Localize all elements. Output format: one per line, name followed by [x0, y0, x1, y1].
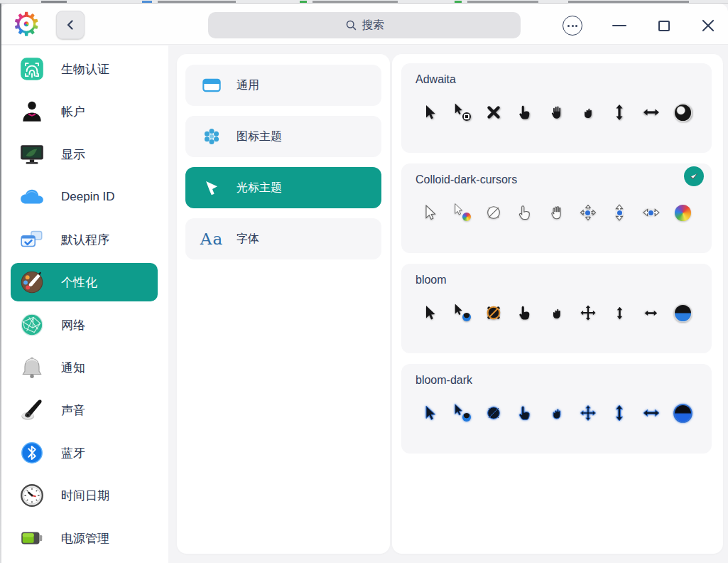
theme-name: Colloid-dark-cursors — [415, 173, 697, 186]
sidebar-item-default-apps[interactable]: 默认程序 — [0, 218, 168, 261]
cursor-hand-open-icon — [546, 102, 567, 123]
nav-item-label: 字体 — [237, 232, 259, 247]
cursor-default-arrow-icon — [420, 402, 441, 424]
cursor-resize-vertical-icon — [609, 302, 630, 323]
cursor-default-arrow-icon — [420, 202, 441, 223]
personalization-palette-icon — [18, 269, 45, 296]
cursor-working-arrow-icon — [451, 202, 472, 223]
more-options-button[interactable] — [563, 16, 582, 36]
background-window-sliver — [0, 0, 728, 4]
cursor-default-arrow-icon — [420, 102, 441, 123]
cursor-wait-disc-icon — [672, 302, 693, 323]
cursor-wait-disc-icon — [672, 102, 693, 123]
nav-item-cursor-theme[interactable]: 光标主题 — [185, 167, 381, 208]
nav-item-label: 图标主题 — [237, 129, 282, 144]
cursor-hand-pointing-icon — [514, 402, 536, 424]
nav-item-fonts[interactable]: Aa 字体 — [185, 218, 381, 259]
font-sample-icon: Aa — [201, 228, 222, 250]
cursor-theme-card-bloom[interactable]: bloom — [401, 264, 712, 353]
cloud-icon — [18, 183, 45, 210]
cursor-hand-grab-icon — [546, 402, 567, 424]
cursor-hand-pointing-icon — [514, 102, 536, 123]
sidebar-item-accounts[interactable]: 帐户 — [0, 90, 168, 133]
cursor-resize-vertical-icon — [609, 202, 630, 223]
cursor-resize-horizontal-icon — [641, 102, 662, 123]
cursor-hand-grab-icon — [577, 102, 599, 123]
sidebar-item-label: 默认程序 — [61, 232, 109, 248]
sidebar-item-notifications[interactable]: 通知 — [0, 346, 168, 389]
sidebar-item-display[interactable]: 显示 — [0, 133, 168, 176]
cursor-theme-card-colloid-dark[interactable]: Colloid-dark-cursors — [401, 163, 712, 253]
sidebar-item-label: 网络 — [61, 317, 85, 333]
cursor-move-cross-icon — [577, 302, 599, 323]
sidebar-item-label: 帐户 — [61, 104, 85, 120]
cursor-cross-icon — [483, 102, 504, 123]
sidebar-item-sound[interactable]: 声音 — [0, 389, 168, 431]
sidebar-item-personalization[interactable]: 个性化 — [11, 263, 158, 301]
nav-item-general[interactable]: 通用 — [185, 65, 381, 106]
sidebar-item-label: 电源管理 — [61, 530, 109, 547]
titlebar: ⚙ 搜索 — [0, 4, 728, 45]
close-button[interactable] — [696, 14, 720, 38]
cursor-theme-list: Adwaita Colloid-dark-cursors — [392, 54, 723, 554]
sidebar-item-label: 生物认证 — [61, 61, 109, 77]
cursor-preview-row — [415, 202, 697, 223]
cursor-resize-horizontal-icon — [641, 202, 662, 223]
nav-item-icon-theme[interactable]: 图标主题 — [185, 116, 381, 157]
maximize-button[interactable] — [652, 14, 676, 38]
network-globe-icon — [18, 311, 45, 338]
display-monitor-icon — [18, 141, 45, 168]
search-input[interactable]: 搜索 — [208, 12, 521, 38]
nav-item-label: 通用 — [237, 78, 259, 93]
maximize-icon — [658, 21, 670, 31]
cursor-resize-horizontal-icon — [641, 302, 662, 323]
cursor-arrow-icon — [201, 177, 222, 198]
cursor-preview-row — [415, 102, 697, 123]
cursor-theme-card-adwaita[interactable]: Adwaita — [401, 63, 712, 153]
clock-icon — [18, 482, 45, 509]
cursor-resize-horizontal-icon — [641, 402, 662, 424]
theme-name: bloom — [415, 274, 697, 286]
fingerprint-icon — [18, 55, 45, 82]
cursor-preview-row — [415, 302, 697, 323]
cursor-resize-vertical-icon — [609, 102, 630, 123]
sidebar-item-bluetooth[interactable]: 蓝牙 — [0, 431, 168, 474]
selected-checkmark-icon — [684, 166, 704, 186]
notification-bell-icon — [18, 354, 45, 381]
cursor-wait-rainbow-icon — [672, 202, 693, 223]
cursor-working-arrow-icon — [451, 302, 472, 323]
sidebar: 生物认证 帐户 显示 Deepin ID — [0, 45, 168, 563]
icon-theme-flower-icon — [201, 126, 222, 147]
cursor-unavailable-icon — [483, 302, 504, 323]
default-apps-icon — [18, 226, 45, 253]
sidebar-item-deepin-id[interactable]: Deepin ID — [0, 176, 168, 218]
sidebar-item-biometric[interactable]: 生物认证 — [0, 48, 168, 90]
nav-item-label: 光标主题 — [237, 181, 282, 195]
sidebar-item-label: 声音 — [61, 402, 85, 419]
personalization-nav-panel: 通用 图标主题 光标主题 Aa 字体 — [177, 54, 390, 554]
battery-icon — [18, 525, 45, 552]
sidebar-item-time-date[interactable]: 时间日期 — [0, 474, 168, 517]
sidebar-item-power[interactable]: 电源管理 — [0, 517, 168, 559]
cursor-hand-grab-icon — [546, 302, 567, 323]
back-button[interactable] — [56, 11, 85, 39]
sidebar-item-network[interactable]: 网络 — [0, 304, 168, 346]
settings-gear-logo: ⚙ — [9, 5, 44, 43]
sidebar-item-label: 显示 — [61, 146, 85, 163]
close-icon — [701, 18, 715, 33]
minimize-button[interactable] — [607, 14, 631, 38]
theme-name: Adwaita — [415, 73, 697, 86]
cursor-unavailable-icon — [483, 202, 504, 223]
search-placeholder: 搜索 — [362, 18, 384, 33]
bluetooth-icon — [18, 439, 45, 466]
theme-name: bloom-dark — [415, 374, 697, 387]
sidebar-item-label: 时间日期 — [61, 488, 109, 504]
background-window-edge — [0, 4, 1, 563]
cursor-hand-pointing-icon — [514, 202, 536, 223]
cursor-preview-row — [415, 402, 697, 424]
general-window-icon — [201, 75, 222, 96]
sound-speaker-icon — [18, 397, 45, 424]
cursor-theme-card-bloom-dark[interactable]: bloom-dark — [401, 364, 712, 454]
cursor-working-arrow-icon — [451, 402, 472, 424]
cursor-move-cross-icon — [577, 202, 599, 223]
